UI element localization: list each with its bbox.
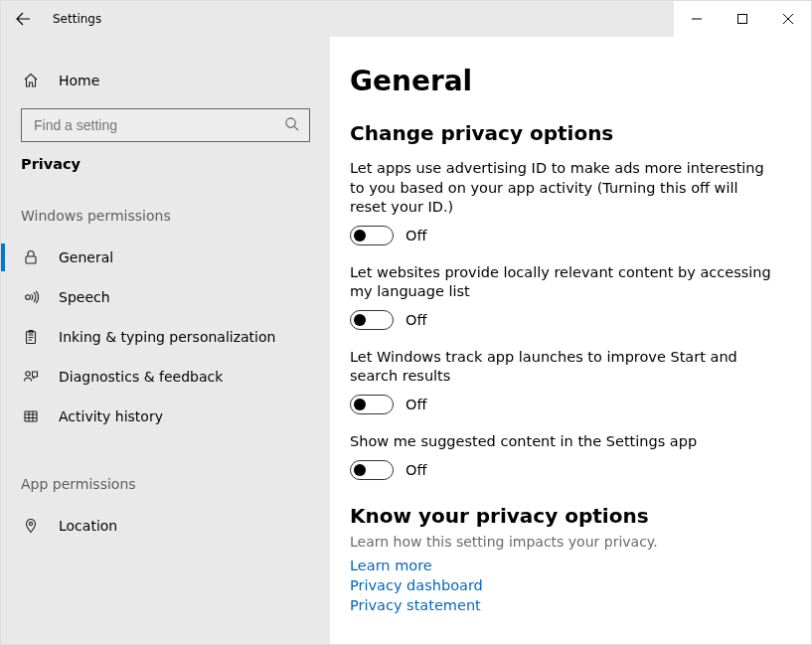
link-learn-more[interactable]: Learn more	[350, 558, 432, 573]
sidebar-item-label: Inking & typing personalization	[59, 329, 275, 345]
clipboard-icon	[21, 329, 41, 345]
toggle-state-label: Off	[406, 397, 426, 412]
speech-icon	[21, 289, 41, 305]
toggle-switch[interactable]	[350, 395, 394, 414]
feedback-icon	[21, 369, 41, 385]
sidebar-item-location[interactable]: Location	[1, 506, 330, 546]
back-button[interactable]	[1, 1, 45, 37]
group-header-app-permissions: App permissions	[1, 476, 330, 492]
toggle-row: Off	[350, 460, 781, 480]
search-icon	[284, 116, 299, 135]
toggle-switch[interactable]	[350, 460, 394, 480]
search-input[interactable]	[32, 116, 284, 134]
toggle-switch[interactable]	[350, 310, 394, 330]
sidebar: Home Privacy Windows permissions General…	[1, 37, 330, 645]
toggle-switch[interactable]	[350, 226, 394, 245]
toggle-row: Off	[350, 310, 781, 330]
maximize-button[interactable]	[720, 1, 765, 37]
svg-point-1	[286, 117, 295, 126]
location-icon	[21, 518, 41, 534]
minimize-button[interactable]	[674, 1, 720, 37]
setting-description: Let apps use advertising ID to make ads …	[350, 159, 777, 218]
know-header: Know your privacy options	[350, 504, 781, 528]
sidebar-item-inking-typing-personalization[interactable]: Inking & typing personalization	[1, 317, 330, 357]
lock-icon	[21, 249, 41, 265]
sidebar-item-label: General	[59, 249, 113, 265]
svg-point-3	[26, 295, 31, 300]
section-title: Change privacy options	[350, 121, 781, 145]
minimize-icon	[692, 14, 702, 24]
toggle-state-label: Off	[406, 228, 426, 243]
back-arrow-icon	[15, 11, 31, 27]
setting-description: Let websites provide locally relevant co…	[350, 263, 777, 302]
titlebar: Settings	[1, 1, 811, 37]
close-icon	[783, 14, 793, 24]
svg-point-6	[26, 372, 30, 376]
svg-point-7	[29, 522, 32, 525]
sidebar-item-label: Home	[59, 73, 99, 88]
know-text: Learn how this setting impacts your priv…	[350, 534, 781, 550]
toggle-row: Off	[350, 226, 781, 245]
setting-description: Let Windows track app launches to improv…	[350, 348, 777, 387]
history-icon	[21, 408, 41, 424]
svg-rect-2	[26, 256, 36, 263]
home-icon	[21, 73, 41, 88]
sidebar-item-diagnostics-feedback[interactable]: Diagnostics & feedback	[1, 357, 330, 397]
sidebar-item-speech[interactable]: Speech	[1, 277, 330, 317]
toggle-state-label: Off	[406, 312, 426, 328]
svg-rect-0	[738, 15, 747, 24]
sidebar-item-label: Diagnostics & feedback	[59, 369, 223, 385]
sidebar-item-label: Activity history	[59, 408, 163, 424]
toggle-row: Off	[350, 395, 781, 414]
category-title: Privacy	[1, 156, 330, 172]
link-privacy-statement[interactable]: Privacy statement	[350, 597, 481, 613]
setting-description: Show me suggested content in the Setting…	[350, 432, 777, 452]
sidebar-item-home[interactable]: Home	[1, 61, 330, 100]
sidebar-item-label: Speech	[59, 289, 110, 305]
maximize-icon	[737, 14, 747, 24]
search-box[interactable]	[21, 108, 310, 142]
link-privacy-dashboard[interactable]: Privacy dashboard	[350, 577, 483, 593]
window-title: Settings	[45, 1, 674, 37]
content-pane: General Change privacy options Let apps …	[330, 37, 811, 645]
page-title: General	[350, 65, 781, 97]
sidebar-item-general[interactable]: General	[1, 238, 330, 277]
sidebar-item-activity-history[interactable]: Activity history	[1, 397, 330, 436]
group-header-windows-permissions: Windows permissions	[1, 208, 330, 224]
close-button[interactable]	[765, 1, 811, 37]
sidebar-item-label: Location	[59, 518, 117, 534]
toggle-state-label: Off	[406, 462, 426, 478]
